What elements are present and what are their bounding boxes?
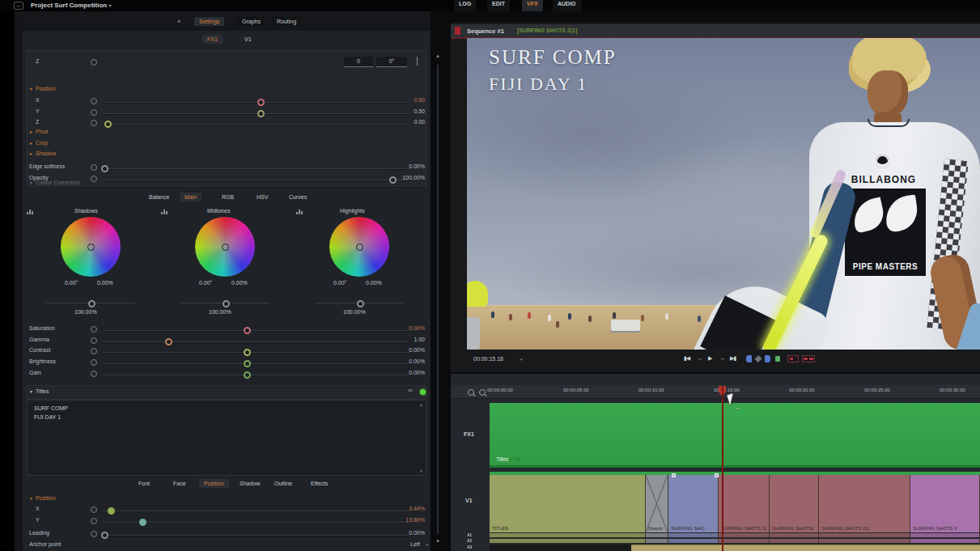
link-icon[interactable]: ∞	[408, 387, 413, 394]
keyframe-icon[interactable]	[91, 326, 97, 333]
wheel-pct[interactable]: 0.00%	[231, 280, 248, 286]
row-value[interactable]: 0.00	[414, 119, 425, 125]
master-value[interactable]: 100.00%	[209, 309, 231, 315]
scroll-up-icon[interactable]: ▲	[419, 402, 423, 407]
skip-start-button[interactable]: ▮◀	[684, 355, 689, 362]
wheel-angle[interactable]: 0.00°	[65, 280, 78, 286]
keyframe-marker[interactable]	[672, 473, 676, 477]
keyframe-icon[interactable]	[91, 531, 97, 537]
section-pivot[interactable]: ►Pivot	[29, 129, 49, 134]
title-text-area[interactable]: SURF COMP FIJI DAY 1 ▲ ▼	[27, 400, 426, 476]
timecode-caret-icon[interactable]: ▾	[520, 357, 523, 362]
slider-handle[interactable]	[101, 165, 108, 172]
tab-settings[interactable]: Settings	[194, 17, 224, 26]
video-frame[interactable]: BILLABONG PIPE MASTERS SURF COMP FIJI DA…	[467, 38, 980, 350]
text-tab-position[interactable]: Position	[199, 479, 229, 488]
wheel-marker[interactable]	[222, 244, 229, 251]
wheel-pct[interactable]: 0.00%	[97, 280, 113, 286]
wheel-angle[interactable]: 0.00°	[199, 280, 212, 286]
zoom-out-icon[interactable]	[479, 389, 486, 396]
row-value[interactable]: 3.44%	[409, 506, 425, 511]
fullscreen-button[interactable]	[787, 355, 799, 362]
master-handle[interactable]	[223, 300, 230, 307]
keyframe-icon[interactable]	[91, 109, 97, 116]
slider-handle[interactable]	[257, 99, 265, 106]
keyframe-icon[interactable]	[91, 59, 97, 66]
section-shadow[interactable]: ►Shadow	[29, 150, 56, 156]
histogram-icon[interactable]	[161, 209, 168, 214]
slider-handle[interactable]	[101, 532, 108, 539]
section-colour-correction[interactable]: ▼Colour Correction	[29, 180, 80, 185]
text-tab-font[interactable]: Font	[134, 479, 155, 488]
tab-graphs[interactable]: Graphs	[237, 17, 265, 26]
viewer-timecode[interactable]: 00:00:15.18	[473, 356, 503, 362]
play-button[interactable]: ▶	[708, 355, 711, 362]
keyframe-add-button[interactable]	[775, 356, 780, 362]
scroll-down-icon[interactable]: ▼	[419, 468, 423, 473]
timeline-clip[interactable]: SURFING SHOTS 2(	[719, 475, 770, 532]
wheel-pct[interactable]: 0.00%	[366, 280, 382, 286]
text-tab-effects[interactable]: Effects	[306, 479, 333, 488]
step-back-button[interactable]: ←	[698, 355, 702, 361]
tab-audio[interactable]: AUDIO	[553, 0, 581, 11]
cc-tab-curves[interactable]: Curves	[284, 193, 312, 201]
slider-track[interactable]	[103, 124, 409, 125]
keyframe-icon[interactable]	[91, 98, 97, 104]
slider-handle[interactable]	[108, 507, 115, 515]
slider-track[interactable]	[103, 341, 409, 342]
section-position[interactable]: ▼Position	[29, 86, 56, 91]
slider-handle[interactable]	[165, 338, 172, 345]
tab-routing[interactable]: Routing	[272, 17, 301, 26]
keyframe-icon[interactable]	[91, 176, 97, 182]
keyframe-icon[interactable]	[91, 518, 97, 524]
wheel-marker[interactable]	[87, 244, 95, 251]
display-settings-button[interactable]	[802, 355, 815, 362]
track-label-a3[interactable]: A3	[467, 545, 472, 549]
dissolve-transition[interactable]: Dissolv	[646, 475, 668, 532]
master-handle[interactable]	[357, 300, 364, 307]
keyframe-icon[interactable]	[91, 120, 97, 126]
tab-edit[interactable]: EDIT	[487, 0, 510, 11]
panel-scroll-up[interactable]: ▲	[434, 53, 442, 58]
slider-handle[interactable]	[139, 519, 146, 526]
slider-handle[interactable]	[244, 327, 251, 334]
slider-track[interactable]	[103, 511, 409, 511]
timeline-clip[interactable]: SURFING SHOTS 2(1	[819, 475, 910, 532]
row-value[interactable]: 1.00	[414, 337, 425, 342]
subtab-v1[interactable]: V1	[240, 35, 257, 44]
slider-track[interactable]	[103, 180, 409, 180]
histogram-icon[interactable]	[296, 209, 303, 214]
fx1-clip[interactable]: Titles + V1	[490, 403, 980, 468]
title-text-line1[interactable]: SURF COMP	[34, 404, 68, 413]
unmark-button[interactable]	[754, 355, 762, 362]
row-value[interactable]: 0.50	[414, 97, 425, 103]
slider-track[interactable]	[103, 102, 409, 103]
timeline-clip[interactable]: SURFING SHOTS 3	[910, 475, 980, 532]
section-titles[interactable]: ▼Titles	[29, 388, 49, 394]
track-label-a1[interactable]: A1	[467, 532, 472, 536]
row-value[interactable]: 0.00%	[409, 325, 425, 331]
master-handle[interactable]	[88, 300, 95, 307]
master-value[interactable]: 100.00%	[343, 309, 366, 315]
keyframe-icon[interactable]	[91, 359, 97, 366]
slider-handle[interactable]	[244, 371, 251, 379]
row-value[interactable]: 0.00%	[409, 347, 425, 353]
section-crop[interactable]: ►Crop	[29, 140, 48, 146]
histogram-icon[interactable]	[27, 209, 34, 214]
text-tab-outline[interactable]: Outline	[269, 479, 297, 488]
row-value[interactable]: 100.00%	[402, 175, 425, 180]
keyframe-marker[interactable]	[715, 473, 719, 477]
playhead-line[interactable]	[722, 386, 723, 551]
timeline-clip[interactable]: SURFING SHOTS(	[770, 475, 819, 532]
subtab-fx1[interactable]: FX1	[202, 35, 223, 44]
slider-track[interactable]	[103, 363, 409, 364]
track-label-fx1[interactable]: FX1	[464, 431, 474, 437]
back-icon[interactable]: ←	[14, 2, 23, 10]
text-tab-face[interactable]: Face	[168, 479, 191, 488]
z-value-field[interactable]: 0	[344, 57, 373, 67]
keyframe-icon[interactable]	[91, 164, 97, 171]
keyframe-icon[interactable]	[91, 506, 97, 513]
tab-log[interactable]: LOG	[454, 0, 476, 11]
title-text-line2[interactable]: FIJI DAY 1	[34, 413, 68, 422]
cc-tab-rgb[interactable]: RGB	[217, 193, 239, 201]
